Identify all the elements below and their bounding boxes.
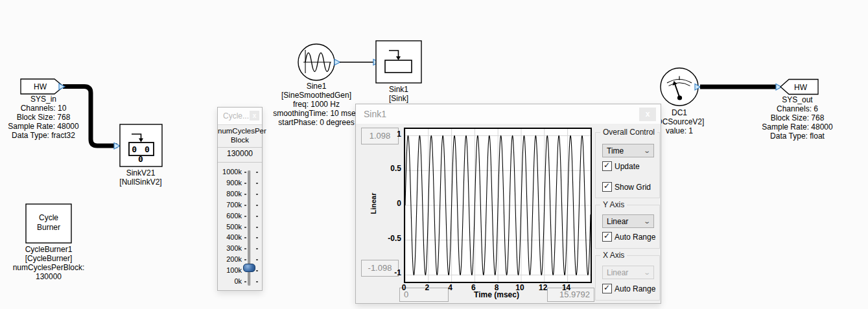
x-axis-group: X Axis Linear ⌄ ✓ Auto Range [595, 255, 660, 301]
slider-thumb[interactable] [243, 264, 255, 272]
sine-waveform-plot [405, 129, 591, 282]
overall-control-dropdown[interactable]: Time ⌄ [602, 144, 654, 157]
overall-control-group-label: Overall Control [600, 128, 657, 137]
tick-mark-icon [244, 248, 246, 249]
tick-mark-icon [244, 216, 246, 217]
update-checkbox[interactable]: ✓ [602, 161, 612, 171]
tick-mark-icon [244, 194, 246, 195]
check-icon: ✓ [604, 181, 610, 190]
x-axis-group-label: X Axis [600, 251, 627, 260]
tick-mark-icon [244, 259, 246, 260]
y-tick-label: 0 [381, 199, 401, 208]
slider-scale-label: 100k [218, 266, 242, 274]
x-auto-range-checkbox[interactable]: ✓ [602, 284, 612, 293]
sys-in-label: SYS_in Channels: 10 Block Size: 768 Samp… [0, 95, 89, 140]
sink1-window-titlebar[interactable]: Sink1 x [356, 104, 661, 124]
tick-mark-icon [256, 205, 258, 206]
check-icon: ✓ [604, 283, 610, 292]
slider-scale-row: 0k [218, 282, 262, 291]
y-auto-range-checkbox[interactable]: ✓ [602, 232, 612, 242]
show-grid-checkbox-row[interactable]: ✓ Show Grid [602, 182, 651, 192]
overall-control-group: Overall Control Time ⌄ ✓ Update ✓ Show G… [595, 132, 660, 198]
cycle-burner-body-text: Cycle Burner [26, 213, 71, 233]
y-axis-dropdown[interactable]: Linear ⌄ [602, 214, 654, 228]
x-tick-label: 2 [419, 283, 435, 292]
y-axis-group-label: Y Axis [600, 200, 627, 209]
x-auto-range-row[interactable]: ✓ Auto Range [602, 284, 655, 293]
slider-scale-label: 800k [218, 190, 242, 198]
x-tick-label: 0 [396, 283, 412, 292]
sys-out-name: SYS_out [752, 95, 843, 104]
divider [218, 162, 262, 163]
x-tick-label: 8 [489, 283, 504, 292]
tick-mark-icon [244, 227, 246, 228]
y-tick-label: 0.5 [381, 164, 401, 173]
slider-scale-label: 500k [218, 223, 242, 231]
update-checkbox-row[interactable]: ✓ Update [602, 161, 640, 171]
sine1-output-port-icon[interactable] [334, 60, 340, 65]
slider-scale-label: 400k [218, 233, 242, 241]
panel-title: Cycle... [223, 111, 249, 120]
slider-scale-label: 300k [218, 244, 242, 252]
y-axis-scale-label: Linear [369, 183, 377, 223]
panel-close-button[interactable]: x [250, 111, 259, 120]
y-tick-label: -0.5 [381, 234, 401, 243]
y-tick-label: 1 [381, 130, 401, 139]
tick-mark-icon [244, 172, 246, 173]
tick-mark-icon [256, 227, 258, 228]
cycle-burner-label: CycleBurner1 [CycleBurner] numCyclesPerB… [0, 245, 97, 281]
tick-mark-icon [256, 194, 258, 195]
show-grid-checkbox[interactable]: ✓ [602, 182, 612, 192]
tick-mark-icon [256, 281, 258, 282]
tick-mark-icon [244, 237, 246, 238]
slider-scale-label: 0k [218, 277, 242, 285]
tick-mark-icon [256, 248, 258, 249]
divider [218, 147, 262, 148]
tick-mark-icon [244, 183, 246, 184]
x-axis-dropdown: Linear ⌄ [602, 266, 654, 279]
y-auto-range-row[interactable]: ✓ Auto Range [602, 232, 655, 242]
sink1-window-title: Sink1 [364, 109, 386, 119]
tick-mark-icon [256, 270, 258, 271]
check-icon: ✓ [604, 161, 610, 170]
tick-mark-icon [256, 259, 258, 260]
y-axis-group: Y Axis Linear ⌄ ✓ Auto Range [595, 205, 660, 249]
slider-scale-label: 1000k [218, 168, 242, 176]
chevron-down-icon: ⌄ [643, 147, 651, 154]
tick-mark-icon [244, 205, 246, 206]
x-tick-label: 10 [512, 283, 528, 292]
sys-in-name: SYS_in [0, 95, 89, 104]
sys-out-port-label: HW [784, 83, 817, 92]
chevron-down-icon: ⌄ [643, 218, 651, 225]
tick-mark-icon [256, 237, 258, 238]
chevron-down-icon: ⌄ [643, 269, 651, 276]
canvas: HW SYS_in Channels: 10 Block Size: 768 S… [0, 0, 868, 309]
meter-pivot-icon [677, 95, 682, 100]
sinkv21-display-value: 0 0 0 [129, 144, 154, 164]
y-tick-label: -1 [381, 268, 401, 277]
scope-plot [404, 128, 592, 283]
x-tick-label: 14 [559, 283, 574, 292]
slider-scale-label: 700k [218, 201, 242, 209]
slider-scale-label: 200k [218, 255, 242, 263]
sink1-window: Sink1 x 1.098 -1.098 Linear 0 15.9792 Ti… [355, 104, 661, 304]
param-name-label: numCyclesPer Block [218, 126, 262, 144]
check-icon: ✓ [604, 231, 610, 240]
sink1-display-box-icon [385, 60, 412, 73]
slider-scale-label: 600k [218, 212, 242, 220]
x-tick-label: 6 [465, 283, 481, 292]
x-tick-label: 4 [443, 283, 458, 292]
panel-titlebar[interactable]: Cycle... x [218, 108, 262, 125]
sys-in-port-label: HW [21, 82, 60, 91]
x-tick-label: 12 [535, 283, 551, 292]
tick-mark-icon [244, 281, 246, 282]
sink1-window-close-button[interactable]: x [639, 108, 656, 121]
tick-mark-icon [256, 172, 258, 173]
sinkv21-label: SinkV21 [NullSinkV2] [99, 168, 183, 187]
sys-out-label: SYS_out Channels: 6 Block Size: 768 Samp… [752, 95, 843, 141]
tick-mark-icon [256, 183, 258, 184]
slider-scale-label: 900k [218, 179, 242, 187]
tick-mark-icon [256, 216, 258, 217]
sine1-label: Sine1 [SineSmoothedGen] freq: 1000 Hz sm… [264, 82, 368, 127]
param-value: 130000 [218, 149, 262, 158]
